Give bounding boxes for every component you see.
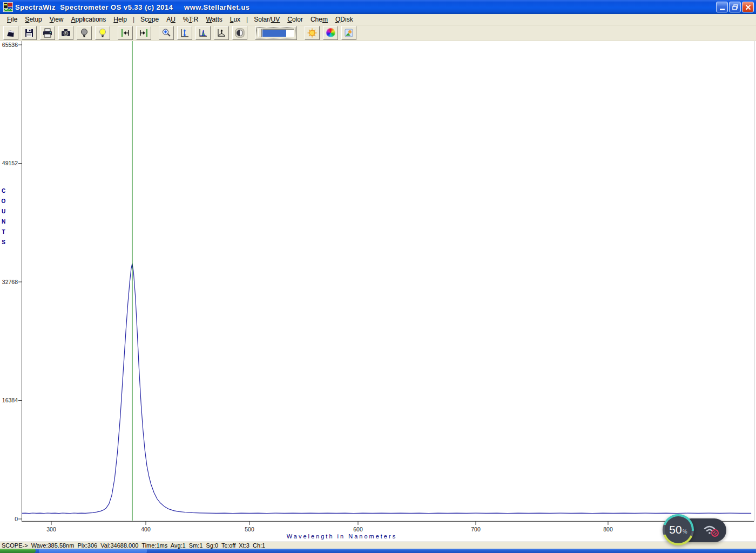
spectrum-peak-icon <box>198 28 208 38</box>
x-tick-label: 500 <box>245 526 254 532</box>
irradiance-button[interactable] <box>305 26 320 40</box>
menu-item-lux[interactable]: Lux <box>226 15 244 24</box>
menu-item-au[interactable]: AU <box>163 15 179 24</box>
toolbar <box>0 25 756 41</box>
menu-item-watts[interactable]: Watts <box>202 15 226 24</box>
picture-icon <box>343 28 354 38</box>
x-tick-label: 400 <box>141 526 151 532</box>
menu-item-color[interactable]: Color <box>284 15 307 24</box>
snapshot-button[interactable] <box>58 26 73 40</box>
cursor-right-button[interactable] <box>136 26 151 40</box>
cursor-right-icon <box>138 28 149 38</box>
open-file-icon <box>5 28 16 38</box>
close-icon <box>745 4 751 10</box>
printer-icon <box>42 28 53 38</box>
peak-hold-button[interactable] <box>214 26 229 40</box>
integration-time-slider[interactable] <box>255 26 297 40</box>
print-button[interactable] <box>40 26 55 40</box>
spectrum-chart[interactable]: 016384327684915265536300400500600700800 <box>0 0 756 542</box>
quality-ring: 50 % <box>663 514 694 545</box>
restore-button[interactable] <box>729 2 741 12</box>
status-bar: SCOPE-> Wave:385.58nm Pix:306 Val:34688.… <box>0 542 756 549</box>
zoom-icon <box>161 28 172 38</box>
quality-value: 50 % <box>665 516 692 543</box>
app-icon[interactable] <box>3 2 13 12</box>
minimize-button[interactable] <box>716 2 728 12</box>
slider-track[interactable] <box>262 29 294 37</box>
color-wheel-button[interactable] <box>323 26 338 40</box>
restore-icon <box>732 4 738 10</box>
y-tick-label: 0 <box>15 516 18 522</box>
scope-view-button[interactable] <box>195 26 211 40</box>
y-tick-label: 49152 <box>2 160 18 166</box>
save-icon <box>24 28 35 38</box>
taskbar[interactable] <box>0 549 756 553</box>
save-button[interactable] <box>22 26 37 40</box>
menu-separator: | <box>131 16 137 23</box>
peak-hold-icon <box>216 28 227 38</box>
y-tick-label: 16384 <box>2 397 18 403</box>
y-tick-label: 32768 <box>2 279 18 285</box>
menu-separator: | <box>244 16 250 23</box>
open-button[interactable] <box>3 26 18 40</box>
slider-fill <box>262 30 286 37</box>
menu-item-setup[interactable]: Setup <box>21 15 45 24</box>
menu-item-help[interactable]: Help <box>110 15 131 24</box>
screen-share-widget[interactable]: 50 % <box>663 514 728 548</box>
x-tick-label: 600 <box>353 526 363 532</box>
scale-y-icon <box>179 28 190 38</box>
status-readout: SCOPE-> Wave:385.58nm Pix:306 Val:34688.… <box>0 542 265 549</box>
dark-scan-button[interactable] <box>232 26 247 40</box>
half-moon-icon <box>234 28 245 38</box>
cursor-left-button[interactable] <box>118 26 133 40</box>
bulb-off-icon <box>79 28 90 38</box>
wifi-disabled-icon <box>703 523 720 538</box>
y-tick-label: 65536 <box>2 42 18 48</box>
y-axis-label: COUNTS <box>1 188 6 249</box>
camera-icon <box>60 28 71 38</box>
slider-thumb[interactable] <box>258 29 262 37</box>
close-button[interactable] <box>742 2 754 12</box>
menu-bar: FileSetupViewApplicationsHelp|ScopeAU%T:… <box>0 14 756 25</box>
title-bar: SpectraWiz Spectrometer OS v5.33 (c) 201… <box>0 0 756 14</box>
slider-focus-frame <box>256 28 295 38</box>
taskbar-item[interactable] <box>39 549 147 553</box>
cursor-left-icon <box>120 28 131 38</box>
window-title: SpectraWiz Spectrometer OS v5.33 (c) 201… <box>15 3 250 11</box>
x-axis-label: Wavelength in Nanometers <box>0 533 684 539</box>
menu-item-chem[interactable]: Chem <box>307 15 332 24</box>
menu-item-qdisk[interactable]: QDisk <box>332 15 357 24</box>
image-capture-button[interactable] <box>341 26 356 40</box>
menu-item-file[interactable]: File <box>3 15 21 24</box>
menu-item-view[interactable]: View <box>46 15 68 24</box>
spectrum-trace <box>22 264 751 513</box>
start-button[interactable] <box>0 549 36 553</box>
x-tick-label: 700 <box>471 526 481 532</box>
x-tick-label: 800 <box>603 526 613 532</box>
color-wheel-icon <box>326 28 335 37</box>
bulb-on-icon <box>97 28 108 38</box>
lamp-on-button[interactable] <box>95 26 110 40</box>
menu-item-solar-uv[interactable]: Solar/UV <box>250 15 284 24</box>
sun-icon <box>307 28 318 38</box>
minimize-icon <box>720 9 725 10</box>
spectrawiz-window: 016384327684915265536300400500600700800 … <box>0 0 756 553</box>
zoom-in-button[interactable] <box>159 26 174 40</box>
autoscale-y-button[interactable] <box>177 26 192 40</box>
lamp-off-button[interactable] <box>77 26 92 40</box>
x-tick-label: 300 <box>46 526 56 532</box>
menu-item-scope[interactable]: Scope <box>137 15 163 24</box>
menu-item-applications[interactable]: Applications <box>68 15 110 24</box>
menu-item-t-r[interactable]: %T:R <box>179 15 202 24</box>
